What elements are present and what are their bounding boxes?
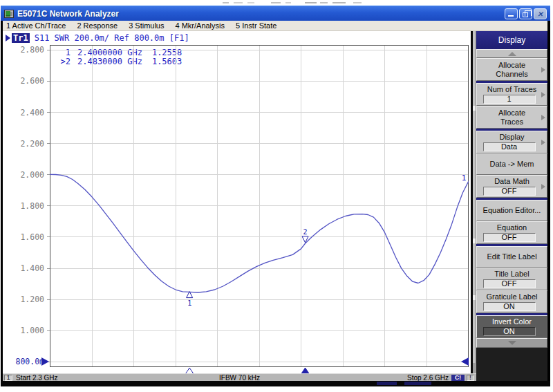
submenu-arrow-icon: [541, 184, 545, 189]
plot-area[interactable]: 121: [46, 45, 469, 375]
cal-status-badge: C!: [451, 375, 465, 381]
menu-item-4[interactable]: 4 Mkr/Analysis: [169, 21, 230, 30]
y-tick-label: 1.800: [12, 201, 44, 211]
softkey-label: Edit Title Label: [487, 252, 536, 261]
softkey-data-math[interactable]: Data MathOFF: [476, 175, 547, 198]
softkey-display[interactable]: DisplayData: [476, 131, 547, 153]
y-tick-label: 1.400: [12, 263, 44, 273]
close-button[interactable]: ✕: [534, 8, 547, 19]
softkey-num-of-traces[interactable]: Num of Traces1: [476, 83, 547, 106]
y-tick-label: 2.800: [12, 45, 44, 55]
softkey-equation[interactable]: EquationOFF: [476, 221, 547, 244]
marker-2-label: 2: [303, 228, 308, 236]
softkey-data-to-mem[interactable]: Data -> Mem: [476, 153, 547, 175]
softkey-scroll-down-button[interactable]: [476, 338, 547, 348]
submenu-arrow-icon: [541, 92, 545, 97]
softkey-invert-color[interactable]: Invert ColorON: [476, 315, 547, 338]
softkey-value: ON: [483, 302, 536, 311]
start-frequency-label: Start 2.3 GHz: [16, 374, 58, 382]
stop-frequency-label: Stop 2.6 GHz: [407, 374, 449, 382]
softkey-graticule-label[interactable]: Graticule LabelON: [476, 290, 547, 313]
window-frame-right: [547, 21, 550, 381]
softkey-label: Data -> Mem: [490, 160, 534, 169]
restore-icon: [523, 12, 528, 17]
menu-item-2[interactable]: 2 Response: [71, 21, 123, 30]
y-tick-label: 1.200: [12, 295, 44, 304]
softkey-equation-editor[interactable]: Equation Editor...: [476, 200, 547, 221]
sidebar-empty-area: [476, 348, 547, 381]
softkey-label: Allocate: [498, 109, 525, 118]
submenu-arrow-icon: [541, 115, 545, 120]
y-axis-labels: 2.8002.6002.4002.2002.0001.8001.6001.400…: [12, 0, 44, 392]
y-tick-label: 1.600: [12, 232, 44, 242]
cropped-text-artifact: [0, 0, 553, 6]
softkey-label: Invert Color: [492, 317, 532, 326]
arrow-down-icon: [508, 341, 516, 345]
y-tick-label: 1.000: [12, 326, 44, 335]
softkey-value: ON: [483, 327, 536, 336]
submenu-arrow-icon: [541, 140, 545, 145]
menu-item-5[interactable]: 5 Instr State: [230, 21, 282, 30]
softkey-sidebar: Display AllocateChannelsNum of Traces1Al…: [473, 31, 547, 381]
softkey-value: 1: [483, 95, 536, 104]
softkey-label: Equation: [497, 223, 527, 232]
trace-parameters: S11 SWR 200.0m/ Ref 800.0m [F1]: [35, 33, 189, 43]
channel-status-bar: 1 IFBW 70 kHz Start 2.3 GHz Stop 2.6 GHz…: [3, 373, 476, 381]
menu-bar: 1 Active Ch/Trace2 Response3 Stimulus4 M…: [1, 21, 550, 31]
softkey-label: Display: [499, 133, 524, 142]
minimize-button[interactable]: [505, 8, 518, 19]
arrow-up-icon: [508, 52, 516, 56]
minimize-icon: [508, 15, 514, 17]
close-icon: ✕: [534, 10, 546, 19]
softkey-label: Graticule Label: [487, 292, 538, 301]
y-tick-label: 800.0m: [12, 357, 44, 366]
softkey-label: Equation Editor...: [483, 206, 541, 215]
softkey-label: Traces: [500, 118, 523, 127]
softkey-label: Channels: [496, 70, 527, 79]
y-tick-label: 2.400: [12, 108, 44, 118]
reference-level-arrow-right: [461, 357, 469, 366]
submenu-arrow-icon: [541, 67, 545, 73]
softkey-value: OFF: [483, 233, 536, 242]
y-tick-label: 2.000: [12, 170, 44, 180]
softkey-edit-title-label[interactable]: Edit Title Label: [476, 246, 547, 268]
softkey-allocate-channels[interactable]: AllocateChannels: [476, 58, 547, 81]
bottom-status-strip: [1, 381, 550, 386]
y-tick-label: 2.600: [12, 76, 44, 86]
softkey-allocate-traces[interactable]: AllocateTraces: [476, 106, 547, 129]
window-titlebar[interactable]: E5071C Network Analyzer ✕: [1, 6, 550, 21]
softkey-value: OFF: [483, 187, 536, 196]
active-trace-icon: [6, 35, 10, 41]
softkey-menu-title: Display: [476, 31, 547, 49]
softkey-label: Data Math: [494, 177, 529, 186]
trace-end-number: 1: [462, 174, 467, 183]
window-controls: ✕: [505, 8, 547, 19]
marker-1-label: 1: [187, 299, 191, 307]
ifbw-label: IFBW 70 kHz: [3, 374, 476, 382]
softkey-title-label[interactable]: Title LabelOFF: [476, 268, 547, 290]
softkey-value: Data: [483, 142, 536, 151]
restore-button[interactable]: [519, 8, 532, 19]
page: E5071C Network Analyzer ✕ 1 Active Ch/Tr…: [0, 0, 553, 392]
softkey-scroll-up-button[interactable]: [476, 49, 547, 58]
menu-item-3[interactable]: 3 Stimulus: [123, 21, 169, 30]
y-tick-label: 2.200: [12, 139, 44, 149]
reference-level-arrow-left: [41, 357, 49, 366]
softkey-label: Num of Traces: [487, 85, 537, 94]
softkey-label: Allocate: [498, 61, 525, 70]
softkey-label: Title Label: [494, 270, 529, 279]
channel-flag: !: [467, 375, 474, 381]
softkey-value: OFF: [483, 279, 536, 288]
